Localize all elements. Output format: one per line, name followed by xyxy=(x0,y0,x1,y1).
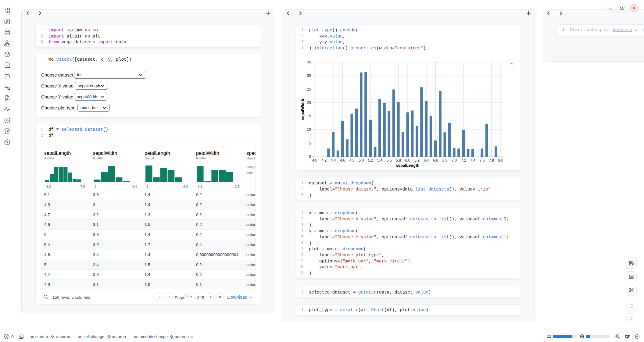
svg-text:7.2: 7.2 xyxy=(461,158,466,162)
svg-text:5.2: 5.2 xyxy=(368,158,373,162)
svg-text:0: 0 xyxy=(309,155,311,159)
svg-text:5.6: 5.6 xyxy=(387,158,392,162)
svg-text:10: 10 xyxy=(307,127,311,132)
svg-text:7.4: 7.4 xyxy=(470,158,475,162)
svg-text:4.6: 4.6 xyxy=(340,158,345,162)
svg-text:7.6: 7.6 xyxy=(480,158,485,162)
svg-text:15: 15 xyxy=(307,114,311,118)
svg-text:6.0: 6.0 xyxy=(405,158,410,162)
svg-text:4.0: 4.0 xyxy=(312,158,317,162)
svg-text:7.8: 7.8 xyxy=(489,158,494,162)
svg-text:30: 30 xyxy=(307,73,311,78)
svg-text:5.4: 5.4 xyxy=(377,158,382,162)
svg-text:6.8: 6.8 xyxy=(442,158,448,162)
svg-text:4.2: 4.2 xyxy=(321,158,327,162)
svg-text:35: 35 xyxy=(307,60,311,64)
svg-text:20: 20 xyxy=(307,101,311,105)
svg-text:25: 25 xyxy=(307,87,311,91)
svg-text:5.8: 5.8 xyxy=(396,158,401,162)
svg-text:5: 5 xyxy=(309,141,311,145)
svg-text:4.4: 4.4 xyxy=(331,158,336,162)
svg-text:6.2: 6.2 xyxy=(414,158,420,162)
svg-text:sepalWidth: sepalWidth xyxy=(300,99,305,120)
svg-text:8.0: 8.0 xyxy=(498,158,503,162)
svg-text:5.0: 5.0 xyxy=(359,158,364,162)
svg-text:sepalLength: sepalLength xyxy=(396,163,420,168)
svg-text:6.4: 6.4 xyxy=(424,158,429,162)
svg-text:4.8: 4.8 xyxy=(349,158,355,162)
svg-text:7.0: 7.0 xyxy=(452,158,457,162)
svg-text:6.6: 6.6 xyxy=(433,158,438,162)
